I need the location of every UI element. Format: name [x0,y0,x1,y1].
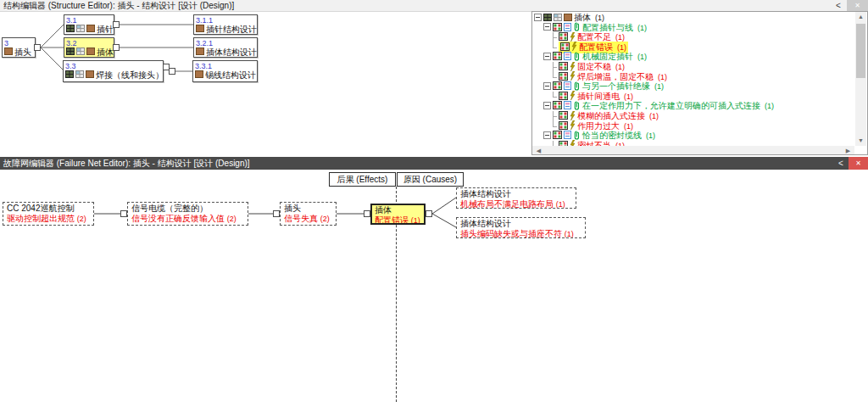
tree-item-count: (1) [765,102,774,110]
connector-handle[interactable] [273,210,280,217]
brown-icon [195,70,203,80]
grid-dark-icon [66,25,75,34]
connector-handle[interactable] [113,21,120,28]
tree-item-count: (1) [624,122,633,131]
net-grid-icon [559,92,568,102]
node-number: 3.2.1 [196,39,255,47]
structure-node-3.1[interactable]: 3.1插针 [64,14,114,35]
net-node-title: CC 2042巡航控制 [7,204,90,214]
structure-node-3[interactable]: 3插头 [2,37,36,58]
tree-item-count: (1) [637,53,647,61]
net-node-title: 信号电缆（完整的） [131,204,244,214]
connector-handle[interactable] [113,44,120,51]
failure-net-node[interactable]: 插体结构设计插头编码缺失或与插座不符 (1) [456,217,586,238]
node-label: 插体结构设计 [206,47,257,57]
close-icon[interactable]: ✕ [849,157,868,170]
tree-item-count: (1) [595,14,604,22]
structure-editor-title: 结构编辑器 (Structure Editor): 插头 - 结构设计 [设计 … [3,1,234,10]
net-node-title: 插体结构设计 [460,219,581,229]
collapse-chevron-icon[interactable]: < [836,158,846,169]
grid-light-icon [76,47,85,57]
vertical-scroll-thumb[interactable] [856,24,865,78]
close-icon[interactable]: ✕ [847,0,868,11]
tree-branch-line [549,32,557,42]
net-node-title: 插头 [284,204,332,214]
brown-icon [86,25,95,34]
node-label: 插针结构设计 [206,25,257,34]
expander-icon [543,131,551,141]
horizontal-scrollbar[interactable]: ◀ ▶ [532,146,854,154]
failure-net-node[interactable]: 插体结构设计机械布局不满足电路布局 (1) [456,187,576,209]
failure-net-node[interactable]: CC 2042巡航控制驱动控制超出规范 (2) [3,202,94,226]
net-node-count: (1) [411,216,420,225]
net-grid-icon [559,121,568,131]
net-node-failure: 驱动控制超出规范 (2) [7,214,90,224]
scroll-right-icon[interactable]: ▶ [843,147,854,155]
net-grid-icon [553,23,562,33]
grid-dark-icon [543,14,552,23]
net-node-failure: 插头编码缺失或与插座不符 (1) [460,229,581,238]
brown-icon [86,47,95,57]
failure-net-canvas[interactable]: CC 2042巡航控制驱动控制超出规范 (2)信号电缆（完整的）信号没有正确反馈… [0,170,868,402]
tree-item-count: (1) [615,33,625,42]
connector-handle[interactable] [120,210,127,217]
tree-item-count: (1) [649,112,659,120]
expander-icon [543,23,551,32]
structure-node-3.1.1[interactable]: 3.1.1插针结构设计 [193,14,258,35]
failure-net-node[interactable]: 插头信号失真 (2) [280,202,337,226]
structure-node-3.2[interactable]: 3.2插体 [64,37,114,58]
tree-branch-line [549,72,557,82]
collapse-chevron-icon[interactable]: < [832,0,844,11]
tree-item-count: (1) [637,24,647,32]
net-grid-icon [559,62,568,72]
tree-branch-line [549,62,557,72]
connector-handle[interactable] [34,44,41,51]
net-node-count: (1) [556,200,565,209]
node-number: 3 [4,39,33,47]
tree-item-count: (1) [615,63,625,71]
expander-icon [534,14,542,23]
net-grid-icon [553,131,562,141]
failure-net-editor-titlebar[interactable]: 故障网编辑器 (Failure Net Editor): 插头 - 结构设计 [… [0,157,868,170]
scroll-down-icon[interactable]: ▼ [855,137,866,145]
structure-node-3.2.1[interactable]: 3.2.1插体结构设计 [193,37,258,58]
tree-item-count: (1) [646,131,655,140]
tree-branch-line [549,111,557,121]
node-label: 插头 [14,47,31,57]
tree-item-count: (1) [654,82,664,91]
brown-icon [196,47,204,57]
structure-node-3.3[interactable]: 3.3焊接（线和接头） [63,60,164,82]
grid-light-icon [76,25,85,34]
net-grid-icon [553,52,562,62]
net-node-title: 插体 [375,205,421,215]
node-number: 3.3.1 [195,62,255,70]
net-node-count: (1) [565,230,574,238]
fmea-app: { "structure_editor": { "title": "结构编辑器 … [0,0,868,402]
structure-editor-titlebar[interactable]: 结构编辑器 (Structure Editor): 插头 - 结构设计 [设计 … [0,0,868,12]
structure-node-3.3.1[interactable]: 3.3.1锡线结构设计 [192,60,258,82]
node-number: 3.1 [66,16,112,25]
net-node-failure: 配置错误 (1) [375,215,421,225]
scroll-up-icon[interactable]: ▲ [855,13,866,21]
connector-handle[interactable] [426,210,432,217]
tree-branch-line [549,121,557,131]
connector-handle[interactable] [169,68,175,75]
connector-handle[interactable] [364,210,370,217]
node-number: 3.1.1 [196,16,255,25]
failure-tree[interactable]: 插体(1)配置插针与线(1)配置不足(1)配置错误(1)机械固定插针(1)固定不… [532,12,854,146]
net-node-failure: 信号失真 (2) [284,214,332,224]
vertical-scrollbar[interactable]: ▲ ▼ [855,12,866,146]
brown-icon [86,70,94,80]
tree-branch-line [549,42,557,53]
failure-net-node[interactable]: 插体配置错误 (1) [370,204,426,225]
expander-icon [543,53,551,62]
structure-canvas[interactable]: 3插头3.1插针3.2插体3.3焊接（线和接头）3.1.1插针结构设计3.2.1… [0,11,531,155]
failure-net-node[interactable]: 信号电缆（完整的）信号没有正确反馈输入值 (2) [127,202,248,226]
scroll-left-icon[interactable]: ◀ [533,147,544,155]
grid-light-icon [75,70,84,80]
grid-dark-icon [65,70,74,80]
net-node-title: 插体结构设计 [460,189,572,199]
node-label: 焊接（线和接头） [96,70,164,80]
tree-item-count: (1) [617,43,626,52]
net-grid-icon [559,72,568,82]
